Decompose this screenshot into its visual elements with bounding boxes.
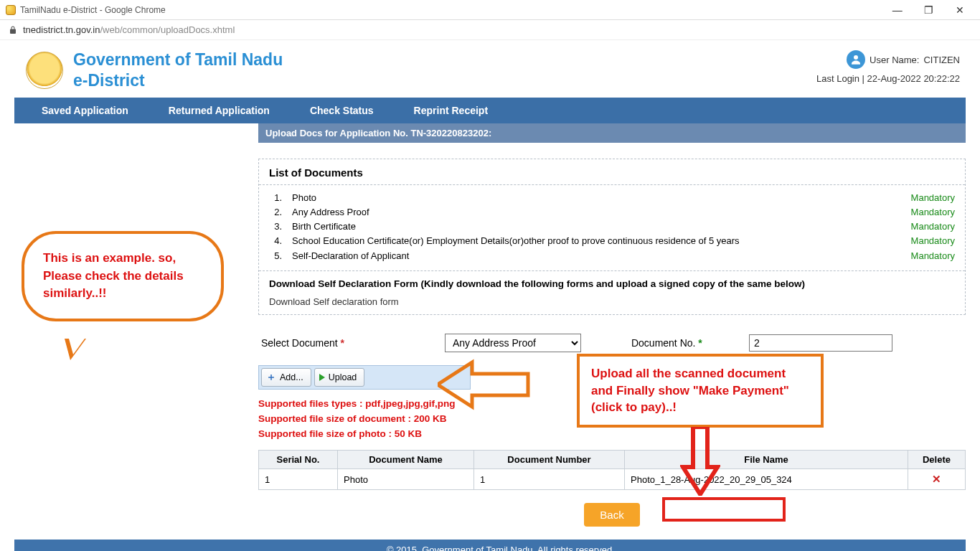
chrome-titlebar: TamilNadu e-District - Google Chrome — ❐… — [0, 0, 980, 20]
menu-reprint-receipt[interactable]: Reprint Receipt — [394, 105, 508, 116]
menu-returned-application[interactable]: Returned Application — [149, 105, 290, 116]
address-bar[interactable]: tnedistrict.tn.gov.in/web/common/uploadD… — [0, 20, 980, 40]
uploaded-docs-table: Serial No. Document Name Document Number… — [258, 450, 966, 490]
play-icon — [319, 374, 325, 381]
documents-heading: List of Documents — [259, 159, 965, 185]
table-row: 1 Photo 1 Photo_1_28-Aug-2022_20_29_05_3… — [259, 469, 966, 490]
doc-item: School Education Certificate(or) Employm… — [292, 234, 740, 248]
plus-icon: ＋ — [266, 371, 276, 384]
download-self-declaration-link[interactable]: Download Self declaration form — [269, 296, 399, 307]
download-instruction: Download Self Declaration Form (Kindly d… — [259, 270, 965, 292]
select-document-dropdown[interactable]: Any Address Proof — [445, 334, 581, 352]
svg-point-0 — [854, 55, 858, 60]
footer-copyright: © 2015. Government of Tamil Nadu. All ri… — [110, 544, 891, 551]
col-docname: Document Name — [338, 451, 474, 469]
mandatory-label: Mandatory — [911, 191, 955, 205]
window-title: TamilNadu e-District - Google Chrome — [20, 5, 166, 15]
annotation-arrow-down-icon — [680, 427, 720, 498]
mandatory-label: Mandatory — [911, 220, 955, 234]
close-window-button[interactable]: ✕ — [946, 4, 974, 16]
col-filename: File Name — [625, 451, 908, 469]
delete-row-button[interactable]: ✕ — [908, 469, 966, 490]
lock-icon — [9, 25, 17, 35]
add-file-button[interactable]: ＋Add... — [261, 368, 311, 387]
url-host: tnedistrict.tn.gov.in — [23, 24, 100, 35]
doc-item: Any Address Proof — [292, 205, 369, 220]
avatar-icon — [847, 50, 865, 69]
upload-banner: Upload Docs for Application No. TN-32022… — [258, 123, 966, 143]
col-delete: Delete — [908, 451, 966, 469]
last-login-value: 22-Aug-2022 20:22:22 — [867, 73, 960, 84]
upload-file-button[interactable]: Upload — [314, 368, 365, 387]
doc-item: Self-Declaration of Applicant — [292, 249, 409, 263]
supported-size-photo: Supported file size of photo : 50 KB — [258, 427, 966, 442]
menu-saved-application[interactable]: Saved Application — [22, 105, 149, 116]
brand-line2: e-District — [73, 71, 283, 90]
doc-item: Birth Certificate — [292, 220, 356, 234]
col-docnum: Document Number — [474, 451, 625, 469]
page-footer: © 2015. Government of Tamil Nadu. All ri… — [14, 540, 966, 551]
annotation-arrow-left-icon — [438, 358, 531, 411]
doc-item: Photo — [292, 191, 316, 205]
mandatory-label: Mandatory — [911, 205, 955, 220]
user-name: CITIZEN — [923, 55, 960, 65]
annotation-bubble: This is an example. so, Please check the… — [22, 231, 224, 321]
annotation-bubble-text: This is an example. so, Please check the… — [43, 251, 184, 300]
maximize-button[interactable]: ❐ — [914, 4, 943, 16]
main-menu: Saved Application Returned Application C… — [14, 98, 966, 123]
user-label: User Name: — [870, 55, 919, 65]
menu-check-status[interactable]: Check Status — [290, 105, 394, 116]
annotation-callout: Upload all the scanned document and Fina… — [577, 354, 824, 428]
document-no-label: Document No. * — [631, 337, 703, 349]
minimize-button[interactable]: — — [883, 4, 912, 16]
documents-panel: List of Documents 1.PhotoMandatory 2.Any… — [258, 159, 966, 315]
col-serial: Serial No. — [259, 451, 338, 469]
url-path: /web/common/uploadDocs.xhtml — [100, 24, 235, 35]
govt-emblem-icon — [26, 52, 63, 89]
brand-line1: Government of Tamil Nadu — [73, 50, 283, 70]
document-no-input[interactable] — [749, 334, 892, 352]
last-login-label: Last Login | — [816, 73, 864, 84]
mandatory-label: Mandatory — [911, 234, 955, 248]
mandatory-label: Mandatory — [911, 249, 955, 263]
select-document-label: Select Document * — [261, 337, 344, 349]
page-header: Government of Tamil Nadu e-District User… — [14, 47, 966, 98]
favicon-icon — [6, 5, 16, 15]
back-button[interactable]: Back — [584, 503, 639, 527]
annotation-highlight-box — [662, 497, 786, 522]
